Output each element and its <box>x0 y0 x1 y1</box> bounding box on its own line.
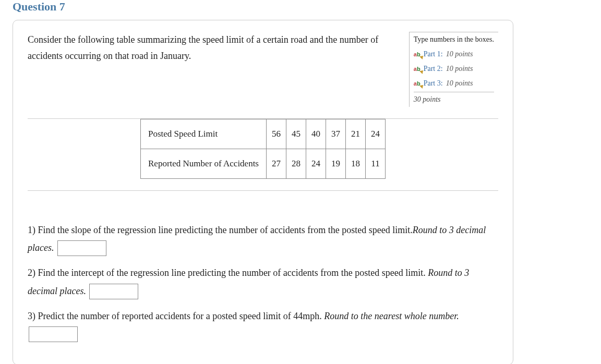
answer-input-2[interactable] <box>89 284 138 299</box>
question-card: Consider the following table summarizing… <box>13 20 513 364</box>
table-row: Reported Number of Accidents 27 28 24 19… <box>141 149 386 179</box>
part-points: 10 points <box>446 50 473 58</box>
q2-text: 2) Find the intercept of the regression … <box>28 268 428 278</box>
row-label: Posted Speed Limit <box>141 119 267 149</box>
text-entry-icon: ab <box>414 52 420 57</box>
table-cell: 56 <box>266 119 286 149</box>
points-part-1: ab Part 1: 10 points <box>410 47 498 62</box>
table-cell: 37 <box>326 119 345 149</box>
table-cell: 18 <box>345 149 365 179</box>
q3-text: 3) Predict the number of reported accide… <box>28 311 324 321</box>
question-2: 2) Find the intercept of the regression … <box>28 264 498 299</box>
part-label: Part 1: <box>424 50 443 58</box>
table-cell: 19 <box>326 149 345 179</box>
table-cell: 11 <box>365 149 385 179</box>
row-label: Reported Number of Accidents <box>141 149 267 179</box>
points-header: Type numbers in the boxes. <box>410 32 498 47</box>
text-entry-icon: ab <box>414 66 420 72</box>
data-table: Posted Speed Limit 56 45 40 37 21 24 Rep… <box>140 119 386 179</box>
table-cell: 40 <box>306 119 326 149</box>
points-total: 30 points <box>410 92 498 107</box>
answer-input-1[interactable] <box>57 240 106 256</box>
table-cell: 21 <box>345 119 365 149</box>
table-cell: 24 <box>365 119 385 149</box>
points-part-3: ab Part 3: 10 points <box>410 76 498 91</box>
table-cell: 45 <box>286 119 306 149</box>
table-row: Posted Speed Limit 56 45 40 37 21 24 <box>141 119 386 149</box>
points-part-2: ab Part 2: 10 points <box>410 62 498 76</box>
table-cell: 24 <box>306 149 326 179</box>
q3-hint: Round to the nearest whole number. <box>324 311 459 321</box>
part-points: 10 points <box>446 79 473 88</box>
part-label: Part 3: <box>424 79 443 88</box>
text-entry-icon: ab <box>414 81 420 87</box>
intro-text: Consider the following table summarizing… <box>28 32 409 64</box>
part-label: Part 2: <box>424 65 443 73</box>
q1-text: 1) Find the slope of the regression line… <box>28 225 413 235</box>
question-1: 1) Find the slope of the regression line… <box>28 221 498 257</box>
answer-input-3[interactable] <box>29 326 78 342</box>
question-title: Question 7 <box>13 0 588 14</box>
questions-block: 1) Find the slope of the regression line… <box>28 221 498 343</box>
table-cell: 28 <box>286 149 306 179</box>
part-points: 10 points <box>446 65 473 73</box>
points-box: Type numbers in the boxes. ab Part 1: 10… <box>409 32 498 107</box>
question-3: 3) Predict the number of reported accide… <box>28 307 498 343</box>
table-cell: 27 <box>266 149 286 179</box>
